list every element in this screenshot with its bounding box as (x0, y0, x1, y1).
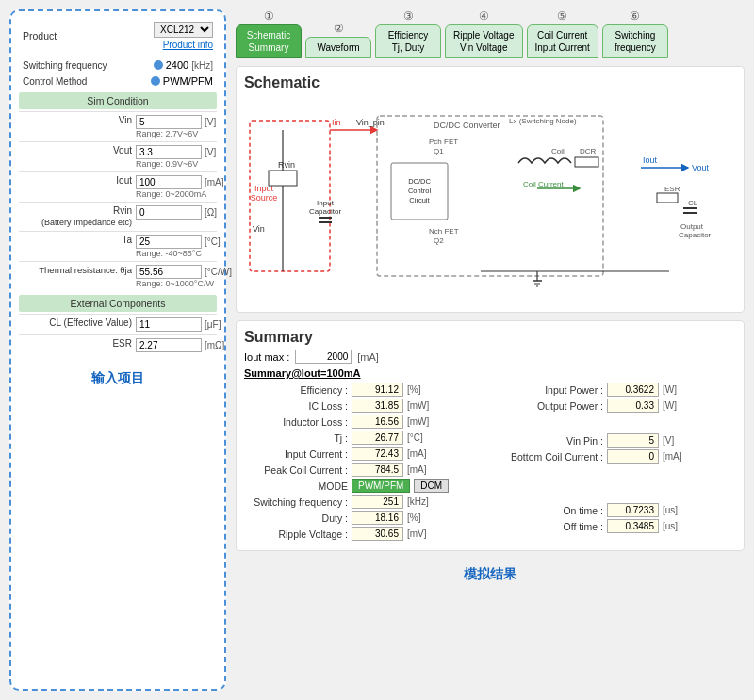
schematic-svg: Input Source Iin Vin_pin (244, 97, 736, 304)
summary-at-label: Summary@Iout=100mA (244, 367, 736, 379)
tab-item-switching: ⑥ Switchingfrequency (602, 9, 668, 58)
mode-pwm-pfm-btn[interactable]: PWM/PFM (352, 479, 410, 493)
content-area: Product XCL212 Product info Switching fr… (9, 9, 745, 691)
thermal-label: Thermal resistance: θja (23, 265, 136, 275)
product-control-group: XCL212 Product info (154, 22, 213, 50)
sw-freq-unit: [kHz] (407, 497, 429, 507)
vin-unit: [V] (205, 117, 216, 127)
inductor-loss-label: Inductor Loss : (244, 416, 348, 428)
iout-right: [mA] Range: 0~2000mA (136, 175, 224, 199)
vout-range: Range: 0.9V~6V (136, 159, 216, 169)
input-current-unit: [mA] (407, 448, 427, 459)
empty-row-3 (500, 484, 736, 501)
tab-waveform[interactable]: Waveform (305, 37, 371, 58)
empty-row-2 (500, 465, 736, 482)
ta-unit: [°C] (205, 236, 221, 247)
vout-label: Vout (23, 145, 136, 155)
cl-row: CL (Effective Value) [μF] (19, 314, 217, 334)
svg-text:Lx (Switching Node): Lx (Switching Node) (509, 117, 577, 125)
svg-text:CL: CL (688, 199, 698, 207)
left-panel: Product XCL212 Product info Switching fr… (9, 9, 226, 691)
svg-text:Vin: Vin (253, 224, 265, 234)
rvin-unit: [Ω] (205, 207, 217, 218)
rvin-label: Rvin(Battery Impedance etc) (23, 205, 136, 228)
vout-right: [V] Range: 0.9V~6V (136, 145, 216, 169)
vin-input[interactable] (136, 115, 202, 129)
mode-row: MODE PWM/PFM DCM (244, 479, 490, 493)
right-footer: 模拟结果 (236, 566, 745, 583)
tab-item-ripple: ④ Ripple VoltageVin Voltage (445, 9, 523, 58)
tab-schematic[interactable]: SchematicSummary (236, 24, 302, 58)
product-select[interactable]: XCL212 (154, 22, 213, 38)
iout-input[interactable] (136, 175, 202, 189)
right-panel: ① SchematicSummary ② Waveform ③ Efficien… (236, 9, 745, 691)
on-time-unit: [us] (663, 505, 678, 515)
tab-num-efficiency: ③ (403, 9, 414, 23)
tab-item-efficiency: ③ EfficiencyTj, Duty (375, 9, 441, 58)
summary-left: Efficiency : 91.12 [%] IC Loss : 31.85 [… (244, 383, 490, 543)
off-time-unit: [us] (663, 521, 678, 531)
switching-frequency-value: 2400 [kHz] (154, 59, 213, 71)
switching-frequency-radio[interactable] (154, 60, 163, 70)
tab-efficiency[interactable]: EfficiencyTj, Duty (375, 24, 441, 58)
vout-unit: [V] (205, 147, 216, 157)
iout-max-input[interactable] (295, 350, 352, 364)
esr-unit: [mΩ] (205, 340, 224, 350)
sw-freq-row: Switching frequency : 251 [kHz] (244, 495, 490, 509)
vin-pin-row: Vin Pin : 5 [V] (500, 433, 736, 448)
input-current-val: 72.43 (352, 447, 403, 461)
product-row: Product XCL212 Product info (19, 19, 217, 53)
on-time-row: On time : 0.7233 [us] (500, 503, 736, 517)
iout-row: Iout [mA] Range: 0~2000mA (19, 171, 217, 202)
thermal-unit: [°C/W] (205, 267, 232, 277)
thermal-input[interactable] (136, 265, 202, 279)
tj-unit: [°C] (407, 432, 423, 443)
mode-dcm-btn[interactable]: DCM (414, 479, 449, 493)
input-power-label: Input Power : (500, 384, 603, 396)
schematic-section: Schematic Input Source Iin Vin_pin (236, 66, 745, 313)
inductor-loss-unit: [mW] (407, 416, 429, 427)
sw-freq-label: Switching frequency : (244, 497, 348, 508)
svg-text:Iin: Iin (332, 118, 341, 127)
tab-switching[interactable]: Switchingfrequency (602, 24, 668, 58)
left-footer: 输入项目 (19, 370, 217, 387)
product-info-link[interactable]: Product info (163, 40, 213, 50)
efficiency-row: Efficiency : 91.12 [%] (244, 383, 490, 397)
iout-label: Iout (23, 175, 136, 186)
on-time-label: On time : (500, 505, 603, 516)
summary-title: Summary (244, 329, 736, 346)
tab-coil[interactable]: Coil CurrentInput Current (527, 24, 598, 58)
svg-text:DCR: DCR (580, 147, 597, 155)
peak-coil-unit: [mA] (407, 464, 427, 475)
esr-right: [mΩ] (136, 338, 224, 352)
svg-rect-29 (575, 157, 598, 167)
ta-label: Ta (23, 235, 136, 245)
mode-label: MODE (244, 480, 348, 492)
duty-unit: [%] (407, 513, 420, 523)
on-time-val: 0.7233 (607, 503, 659, 517)
control-method-label: Control Method (23, 76, 98, 87)
output-power-label: Output Power : (500, 400, 603, 412)
summary-right: Input Power : 0.3622 [W] Output Power : … (490, 383, 736, 543)
ta-input[interactable] (136, 235, 202, 249)
tab-ripple[interactable]: Ripple VoltageVin Voltage (445, 24, 523, 58)
product-label: Product (23, 30, 57, 41)
tab-item-coil: ⑤ Coil CurrentInput Current (527, 9, 598, 58)
svg-text:Input: Input (317, 199, 335, 207)
bottom-coil-unit: [mA] (663, 451, 682, 462)
rvin-input[interactable] (136, 205, 202, 220)
input-current-label: Input Current : (244, 448, 348, 460)
esr-label: ESR (23, 338, 136, 349)
svg-text:Capacitor: Capacitor (309, 207, 342, 216)
bottom-coil-label: Bottom Coil Current : (500, 451, 603, 463)
vout-input[interactable] (136, 145, 202, 159)
iout-max-row: Iout max : [mA] (244, 350, 736, 364)
tj-val: 26.77 (352, 431, 403, 445)
esr-input[interactable] (136, 338, 202, 352)
vin-right: [V] Range: 2.7V~6V (136, 115, 216, 138)
vin-pin-label: Vin Pin : (500, 435, 603, 447)
control-method-radio[interactable] (151, 76, 160, 86)
esr-row: ESR [mΩ] (19, 334, 217, 355)
cl-input[interactable] (136, 317, 202, 332)
tab-item-waveform: ② Waveform (305, 22, 371, 58)
